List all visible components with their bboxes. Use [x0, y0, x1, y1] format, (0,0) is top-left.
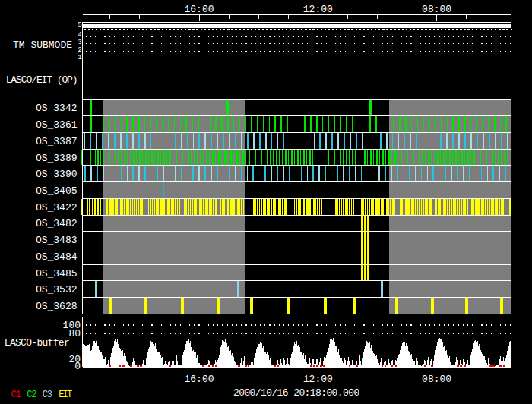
svg-text:OS_3390: OS_3390: [36, 169, 78, 180]
svg-text:C3: C3: [43, 390, 52, 400]
svg-text:08:00: 08:00: [422, 4, 451, 15]
svg-text:OS_3389: OS_3389: [36, 153, 78, 164]
svg-text:0: 0: [74, 361, 81, 372]
svg-text:08:00: 08:00: [422, 374, 451, 385]
svg-text:OS_3405: OS_3405: [36, 185, 78, 197]
svg-text:12:00: 12:00: [303, 374, 333, 385]
svg-text:OS_3483: OS_3483: [36, 235, 78, 246]
svg-text:OS_3484: OS_3484: [36, 251, 78, 263]
svg-text:OS_3485: OS_3485: [36, 268, 78, 279]
svg-text:3: 3: [78, 39, 81, 46]
svg-text:LASCO-buffer: LASCO-buffer: [5, 337, 69, 349]
svg-text:OS_3342: OS_3342: [36, 103, 78, 114]
svg-text:4: 4: [78, 31, 81, 39]
svg-text:C1: C1: [11, 390, 21, 400]
svg-text:OS_3482: OS_3482: [36, 218, 78, 229]
svg-text:80: 80: [68, 328, 81, 339]
svg-text:OS_3532: OS_3532: [36, 284, 78, 295]
svg-text:LASCO/EIT (OP): LASCO/EIT (OP): [6, 74, 78, 86]
svg-text:2000/10/16 20:18:00.000: 2000/10/16 20:18:00.000: [233, 387, 359, 399]
svg-text:5: 5: [78, 21, 81, 29]
svg-text:OS_3361: OS_3361: [36, 119, 78, 131]
svg-text:OS_3387: OS_3387: [36, 136, 78, 147]
svg-text:1: 1: [78, 54, 81, 62]
svg-text:OS_3628: OS_3628: [36, 301, 78, 312]
svg-text:16:00: 16:00: [184, 374, 214, 385]
svg-text:TM SUBMODE: TM SUBMODE: [13, 39, 72, 51]
svg-text:OS_3422: OS_3422: [36, 202, 78, 213]
svg-text:12:00: 12:00: [303, 4, 333, 15]
svg-text:C2: C2: [27, 390, 36, 400]
svg-text:2: 2: [78, 46, 81, 54]
svg-text:EIT: EIT: [59, 390, 72, 400]
svg-text:16:00: 16:00: [184, 4, 214, 15]
